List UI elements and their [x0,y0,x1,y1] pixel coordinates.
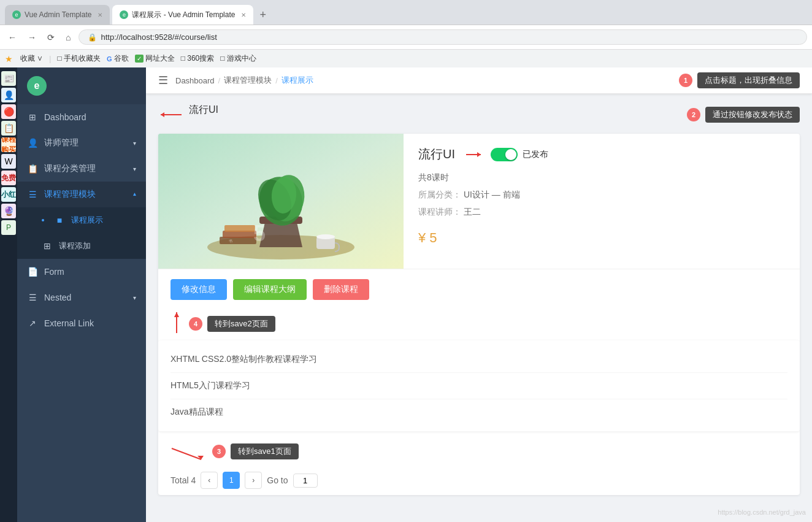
left-icon-3[interactable]: 🔴 [1,104,16,119]
arrow-to-save1 [170,442,207,461]
tab-bar: e Vue Admin Template ✕ e 课程展示 - Vue Admi… [0,0,812,25]
bookmark-label: □ 360搜索 [181,53,215,64]
bookmark-collections[interactable]: 收藏 ∨ [20,53,43,64]
arrow-to-title [158,109,183,121]
course-list-label: 课程展示 [71,215,136,226]
sidebar-item-course-module[interactable]: ☰ 课程管理模块 ▾ [17,182,146,207]
logo-icon: e [27,76,47,96]
course-card-inner: 5 书 流行UI [158,134,800,269]
breadcrumb: Dashboard / 课程管理模块 / 课程展示 [175,75,659,86]
address-bar: ← → ⟳ ⌂ 🔒 http://localhost:9528/#/course… [0,25,812,49]
publish-toggle[interactable] [491,148,518,161]
tab-close-2[interactable]: ✕ [241,12,246,18]
tab-title-2: 课程展示 - Vue Admin Template [132,10,235,20]
annotation-3-area: 3 转到save1页面 [158,437,800,466]
course-list: XHTML CSS2.0整站制作教程课程学习 HTML5入门课程学习 Java精… [158,340,800,431]
left-icons: 📰 👤 🔴 📋 课程购买 W 免费 小红 🔮 P [0,67,17,522]
bookmark-label: 网址大全 [145,53,175,64]
annotation-1-box: 点击标题，出现折叠信息 [697,72,800,88]
sidebar-item-dashboard[interactable]: ⊞ Dashboard [17,104,146,130]
left-icon-1[interactable]: 📰 [1,71,16,86]
forward-button[interactable]: → [25,31,39,44]
annotation-4-circle: 4 [189,317,202,331]
svg-text:书: 书 [229,239,232,243]
url-bar[interactable]: 🔒 http://localhost:9528/#/course/list [79,29,807,45]
secure-icon: 🔒 [88,33,97,42]
delete-course-button[interactable]: 删除课程 [313,279,369,300]
app-wrapper: 📰 👤 🔴 📋 课程购买 W 免费 小红 🔮 P [0,67,812,522]
home-button[interactable]: ⌂ [63,31,74,44]
sidebar-item-course-list[interactable]: ■ 课程展示 [17,207,146,233]
sidebar-item-form[interactable]: 📄 Form [17,259,146,285]
bookmark-google[interactable]: G 谷歌 [107,53,129,64]
goto-input[interactable] [293,474,318,488]
next-page-button[interactable]: › [245,472,262,489]
sidebar-item-external[interactable]: ↗ External Link [17,310,146,336]
hamburger-icon[interactable]: ☰ [158,74,168,87]
form-icon: 📄 [27,266,38,277]
list-item-3[interactable]: Java精品课程 [170,399,787,425]
action-buttons: 修改信息 编辑课程大纲 删除课程 [158,269,800,310]
left-icon-4[interactable]: 📋 [1,121,16,136]
annotation-1-container: 1 点击标题，出现折叠信息 [679,72,800,88]
sidebar-item-nested[interactable]: ☰ Nested ▾ [17,285,146,310]
breadcrumb-current[interactable]: 课程展示 [282,75,313,86]
course-add-icon: ⊞ [42,240,53,251]
course-info: 流行UI 已发布 [404,134,800,269]
annotation-4-box: 转到save2页面 [207,316,275,332]
annotation-4-area: 4 转到save2页面 [158,310,800,340]
course-title-row: 流行UI 已发布 [418,146,785,163]
header-bar: ☰ Dashboard / 课程管理模块 / 课程展示 1 点击标题，出现折叠信… [146,67,812,94]
new-tab-button[interactable]: + [256,9,270,21]
category-row: 所属分类： UI设计 — 前端 [418,190,785,201]
annotation-1-circle: 1 [679,74,692,87]
edit-info-button[interactable]: 修改信息 [170,279,227,300]
bookmark-label: □ 游戏中心 [220,53,256,64]
tab-2[interactable]: e 课程展示 - Vue Admin Template ✕ [112,5,253,25]
toggle-wrap: 已发布 [465,148,548,161]
course-price: ¥ 5 [418,230,785,246]
bookmark-360[interactable]: □ 360搜索 [181,53,215,64]
categories-label: 课程分类管理 [44,163,127,174]
page-body: 流行UI 2 通过按钮修改发布状态 [146,94,812,515]
bookmark-website[interactable]: ✓ 网址大全 [135,53,175,64]
course-add-label: 课程添加 [59,240,136,251]
back-button[interactable]: ← [5,31,20,44]
left-icon-7[interactable]: 免费 [1,171,16,185]
sidebar-nav: ⊞ Dashboard 👤 讲师管理 ▾ 📋 课程分类管理 ▾ ☰ 课程管理模块… [17,104,146,522]
breadcrumb-dashboard[interactable]: Dashboard [175,76,215,85]
course-meta: 共8课时 所属分类： UI设计 — 前端 课程讲师： 王二 ¥ 5 [418,172,785,246]
external-icon: ↗ [27,318,38,329]
left-icon-9[interactable]: 🔮 [1,204,16,218]
bookmark-label: □ 手机收藏夹 [57,53,101,64]
svg-text:5: 5 [253,221,266,246]
star-icon: ★ [5,54,13,64]
page-1-button[interactable]: 1 [223,472,240,489]
browser-chrome: e Vue Admin Template ✕ e 课程展示 - Vue Admi… [0,0,812,67]
prev-page-button[interactable]: ‹ [201,472,218,489]
instructor-value: 王二 [464,207,481,217]
svg-marker-17 [477,152,481,157]
left-icon-5[interactable]: 课程购买 [1,137,16,152]
svg-point-13 [316,234,335,239]
course-image-svg: 5 书 [158,134,404,269]
list-item-2[interactable]: HTML5入门课程学习 [170,373,787,399]
breadcrumb-module[interactable]: 课程管理模块 [224,75,272,86]
edit-outline-button[interactable]: 编辑课程大纲 [233,279,307,300]
left-icon-8[interactable]: 小红 [1,187,16,202]
tab-title-1: Vue Admin Template [25,10,91,19]
left-icon-10[interactable]: P [1,220,16,235]
sidebar-item-instructors[interactable]: 👤 讲师管理 ▾ [17,130,146,156]
sidebar-item-course-add[interactable]: ⊞ 课程添加 [17,233,146,259]
left-icon-6[interactable]: W [1,154,16,169]
tab-1[interactable]: e Vue Admin Template ✕ [5,5,110,25]
sidebar-item-categories[interactable]: 📋 课程分类管理 ▾ [17,156,146,182]
bookmark-games[interactable]: □ 游戏中心 [220,53,256,64]
tab-close-1[interactable]: ✕ [98,12,102,18]
bookmark-mobile[interactable]: □ 手机收藏夹 [57,53,101,64]
tab-favicon-1: e [12,10,21,19]
left-icon-2[interactable]: 👤 [1,88,16,102]
list-item-1[interactable]: XHTML CSS2.0整站制作教程课程学习 [170,347,787,373]
svg-marker-19 [174,312,179,317]
refresh-button[interactable]: ⟳ [44,31,58,44]
